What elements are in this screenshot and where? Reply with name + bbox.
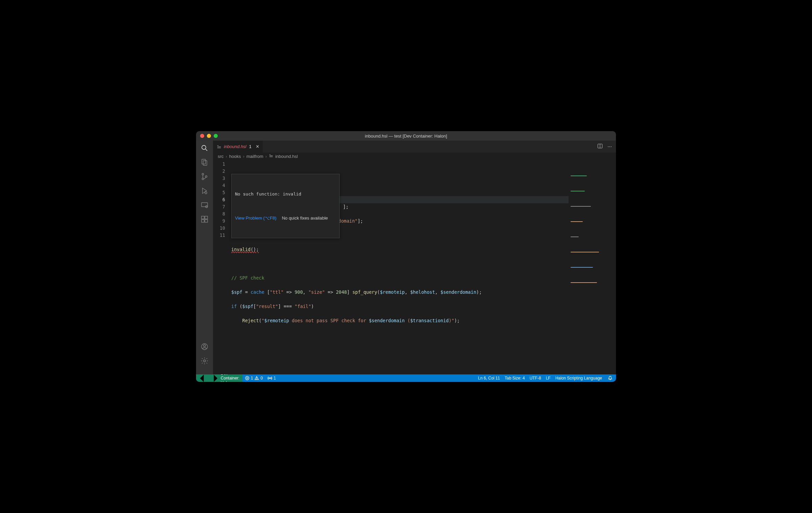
view-problem-link[interactable]: View Problem (⌥F8) xyxy=(235,214,276,222)
extensions-icon[interactable] xyxy=(200,215,209,223)
vscode-window: inbound.hsl — test [Dev Container: Halon… xyxy=(196,131,616,382)
traffic-lights xyxy=(196,134,218,138)
remote-indicator[interactable]: Dev Container: Halon xyxy=(196,374,242,382)
chevron-right-icon: › xyxy=(226,154,227,159)
workbench: inbound.hsl 1 ✕ ⋯ src› hooks› mailfrom› … xyxy=(196,141,616,374)
remote-explorer-icon[interactable] xyxy=(200,201,209,209)
chevron-right-icon: › xyxy=(265,154,267,159)
more-actions-icon[interactable]: ⋯ xyxy=(607,144,612,149)
split-editor-icon[interactable] xyxy=(597,143,603,150)
minimap[interactable] xyxy=(571,161,611,297)
titlebar[interactable]: inbound.hsl — test [Dev Container: Halon… xyxy=(196,131,616,141)
svg-point-6 xyxy=(206,176,207,178)
svg-marker-7 xyxy=(202,188,207,193)
no-quickfix-label: No quick fixes available xyxy=(282,214,328,222)
zoom-window-icon[interactable] xyxy=(214,134,218,138)
code-line[interactable]: // SPF check xyxy=(231,274,616,282)
svg-point-22 xyxy=(257,379,257,379)
error-squiggle: invalid xyxy=(231,247,251,252)
problems-status[interactable]: 1 0 xyxy=(242,374,265,382)
svg-rect-2 xyxy=(202,159,206,164)
indentation-status[interactable]: Tab Size: 4 xyxy=(503,374,527,382)
svg-rect-3 xyxy=(203,161,207,165)
window-title: inbound.hsl — test [Dev Container: Halon… xyxy=(365,134,447,139)
code-content[interactable]: $transactionid = $transaction["id"]; $re… xyxy=(231,160,616,374)
tab-modified-indicator: 1 xyxy=(249,144,252,149)
encoding-status[interactable]: UTF-8 xyxy=(527,374,543,382)
problem-hover: No such function: invalid View Problem (… xyxy=(231,174,340,238)
svg-point-17 xyxy=(204,360,206,362)
breadcrumb-file[interactable]: inbound.hsl xyxy=(275,154,298,159)
notifications-bell-icon[interactable] xyxy=(604,374,616,382)
editor-group: inbound.hsl 1 ✕ ⋯ src› hooks› mailfrom› … xyxy=(213,141,616,374)
code-line[interactable]: Reject("$remoteip does not pass SPF chec… xyxy=(231,317,616,324)
svg-rect-9 xyxy=(201,203,208,207)
code-line[interactable]: invalid(); xyxy=(231,246,616,253)
source-control-icon[interactable] xyxy=(200,172,209,181)
breadcrumb-src[interactable]: src xyxy=(218,154,223,159)
line-numbers: 1 2 3 4 5 6 7 8 9 10 11 xyxy=(213,160,231,374)
breadcrumb-mailfrom[interactable]: mailfrom xyxy=(247,154,263,159)
svg-point-23 xyxy=(270,378,271,379)
eol-status[interactable]: LF xyxy=(543,374,553,382)
settings-gear-icon[interactable] xyxy=(200,357,209,365)
hover-message: No such function: invalid xyxy=(235,190,336,198)
tab-bar: inbound.hsl 1 ✕ ⋯ xyxy=(213,141,616,152)
svg-point-0 xyxy=(202,145,206,149)
editor-actions: ⋯ xyxy=(597,141,616,152)
run-debug-icon[interactable] xyxy=(200,187,209,195)
code-line[interactable] xyxy=(231,260,616,267)
svg-rect-12 xyxy=(205,216,208,219)
text-editor[interactable]: 1 2 3 4 5 6 7 8 9 10 11 $transactionid =… xyxy=(213,160,616,374)
file-icon xyxy=(269,153,273,159)
code-line[interactable]: $spf = cache ["ttl" => 900, "size" => 20… xyxy=(231,289,616,296)
svg-point-8 xyxy=(205,192,207,194)
svg-rect-13 xyxy=(201,220,204,222)
tab-filename: inbound.hsl xyxy=(224,144,247,149)
tab-inbound-hsl[interactable]: inbound.hsl 1 ✕ xyxy=(213,141,263,152)
breadcrumbs[interactable]: src› hooks› mailfrom› inbound.hsl xyxy=(213,152,616,160)
activity-bar xyxy=(196,141,213,374)
svg-point-16 xyxy=(204,345,206,347)
minimize-window-icon[interactable] xyxy=(207,134,211,138)
cursor-position[interactable]: Ln 6, Col 11 xyxy=(476,374,503,382)
code-line[interactable]: if ($spf["result"] === "fail") xyxy=(231,303,616,310)
close-tab-icon[interactable]: ✕ xyxy=(256,144,259,149)
file-icon xyxy=(216,144,222,149)
language-mode[interactable]: Halon Scripting Language xyxy=(553,374,604,382)
search-icon[interactable] xyxy=(200,144,209,152)
svg-point-5 xyxy=(202,178,204,180)
close-window-icon[interactable] xyxy=(200,134,204,138)
ports-status[interactable]: 1 xyxy=(265,374,278,382)
chevron-right-icon: › xyxy=(243,154,244,159)
svg-rect-11 xyxy=(201,216,204,219)
svg-rect-14 xyxy=(205,220,208,222)
svg-point-4 xyxy=(202,173,204,175)
accounts-icon[interactable] xyxy=(200,343,209,351)
status-bar: Dev Container: Halon 1 0 1 Ln 6, Col 11 … xyxy=(196,374,616,382)
explorer-icon[interactable] xyxy=(200,158,209,166)
svg-line-1 xyxy=(206,149,207,151)
breadcrumb-hooks[interactable]: hooks xyxy=(229,154,241,159)
